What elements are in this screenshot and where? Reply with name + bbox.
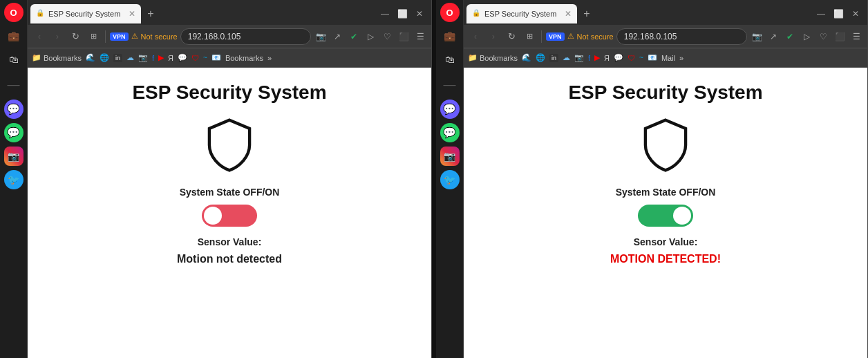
bookmark-1[interactable]: 🌊 [86, 53, 95, 62]
toggle-switch-left[interactable] [202, 205, 257, 227]
opera-sidebar-left: O 💼 🛍 — 💬 💬 📷 🐦 [0, 0, 28, 358]
tab-esp-right[interactable]: 🔒 ESP Security System ✕ [466, 4, 577, 23]
bookmark-8[interactable]: Я [168, 54, 173, 62]
sidebar-icon-whatsapp[interactable]: 💬 [4, 123, 23, 142]
close-icon-right[interactable]: ✕ [852, 9, 859, 19]
bookmark-3[interactable]: in [113, 54, 122, 62]
bookmark-rmail[interactable]: Mail [661, 54, 675, 62]
send-icon-left[interactable]: ▷ [364, 30, 377, 44]
menu-icon-left[interactable]: ☰ [413, 30, 427, 44]
bookmark-r6[interactable]: f [588, 54, 590, 62]
bookmarks-label-right: Bookmarks [480, 54, 518, 62]
nav-bar-right: ‹ › ↻ ⊞ VPN ⚠ Not secure 192.168.0.105 📷… [464, 25, 867, 48]
bookmark-10[interactable]: 🛡 [191, 54, 199, 62]
share-icon-left[interactable]: ↗ [330, 30, 344, 44]
bookmark-4[interactable]: ☁ [126, 53, 134, 62]
sidebar-icon-twitter-right[interactable]: 🐦 [440, 170, 460, 189]
not-secure-label-left: Not secure [141, 32, 178, 41]
sidebar-divider: — [4, 75, 23, 94]
new-tab-button-left[interactable]: + [142, 6, 159, 22]
bookmark-r9[interactable]: 💬 [614, 53, 623, 62]
back-button-right[interactable]: ‹ [468, 29, 483, 44]
screenshot-icon-left[interactable]: 📷 [314, 30, 328, 44]
screenshot-icon-right[interactable]: 📷 [750, 30, 764, 44]
refresh-button-left[interactable]: ↻ [68, 29, 83, 44]
sidebar-divider-right: — [440, 75, 460, 94]
folder-icon-left: 📁 [32, 53, 41, 62]
bookmark-6[interactable]: f [152, 54, 154, 62]
bookmark-r7[interactable]: ▶ [594, 53, 600, 62]
forward-button-left[interactable]: › [50, 29, 65, 44]
bookmark-9[interactable]: 💬 [178, 53, 187, 62]
heart-icon-left[interactable]: ♡ [380, 30, 394, 44]
nav-actions-left: 📷 ↗ ✔ ▷ ♡ ⬛ ☰ [314, 30, 427, 44]
restore-icon-left[interactable]: ⬜ [397, 9, 408, 19]
bookmark-outlook[interactable]: 📧 [211, 53, 221, 62]
share-icon-right[interactable]: ↗ [766, 30, 780, 44]
bookmark-7[interactable]: ▶ [158, 53, 164, 62]
sidebar-icon-twitter[interactable]: 🐦 [4, 170, 23, 189]
bookmark-5[interactable]: 📷 [138, 53, 148, 62]
bookmarks-folder-left[interactable]: 📁 Bookmarks [32, 53, 82, 62]
shield-check-icon-left[interactable]: ✔ [347, 30, 361, 44]
new-tab-button-right[interactable]: + [578, 6, 595, 22]
bookmark-r2[interactable]: 🌐 [536, 53, 545, 62]
bookmark-r5[interactable]: 📷 [574, 53, 584, 62]
sidebar-icon-instagram[interactable]: 📷 [4, 147, 23, 166]
shield-check-icon-right[interactable]: ✔ [783, 30, 797, 44]
bookmark-r4[interactable]: ☁ [563, 53, 570, 62]
nav-actions-right: 📷 ↗ ✔ ▷ ♡ ⬛ ☰ [750, 30, 863, 44]
tab-close-right[interactable]: ✕ [565, 9, 572, 19]
address-bar-right[interactable]: 192.168.0.105 [616, 28, 747, 45]
tab-esp-left[interactable]: 🔒 ESP Security System ✕ [30, 4, 141, 23]
nav-bar-left: ‹ › ↻ ⊞ VPN ⚠ Not secure 192.168.0.105 📷… [28, 25, 431, 48]
tab-grid-button-left[interactable]: ⊞ [86, 29, 101, 44]
forward-button-right[interactable]: › [486, 29, 501, 44]
send-icon-right[interactable]: ▷ [800, 30, 813, 44]
sidebar-icon-messenger[interactable]: 💬 [4, 100, 23, 119]
sidebar-icon-briefcase-right[interactable]: 💼 [440, 26, 460, 46]
opera-logo: O [4, 3, 23, 22]
address-bar-left[interactable]: 192.168.0.105 [180, 28, 311, 45]
close-icon-left[interactable]: ✕ [416, 9, 423, 19]
bookmark-r10[interactable]: 🛡 [628, 54, 635, 62]
refresh-button-right[interactable]: ↻ [504, 29, 519, 44]
page-title-left: ESP Security System [132, 82, 326, 104]
bookmark-2[interactable]: 🌐 [100, 53, 109, 62]
bookmark-r3[interactable]: in [549, 54, 558, 62]
tab-bar-right: 🔒 ESP Security System ✕ + — ⬜ ✕ [464, 0, 867, 25]
bookmark-cisco[interactable]: ~ [203, 54, 207, 62]
bookmarks-more-left[interactable]: » [267, 54, 272, 62]
tab-grid-button-right[interactable]: ⊞ [522, 29, 537, 44]
system-state-label-left: System State OFF/ON [180, 187, 280, 198]
heart-icon-right[interactable]: ♡ [816, 30, 830, 44]
warn-icon-left: ⚠ [131, 32, 138, 41]
bookmark-routlook[interactable]: 📧 [648, 53, 657, 62]
toggle-switch-right[interactable] [638, 205, 693, 227]
minimize-icon-left[interactable]: — [381, 9, 389, 19]
bookmarks-more-right[interactable]: » [679, 54, 683, 62]
bookmark-mail[interactable]: Bookmarks [225, 54, 263, 62]
restore-icon-right[interactable]: ⬜ [833, 9, 844, 19]
back-button-left[interactable]: ‹ [32, 29, 47, 44]
tab-close-left[interactable]: ✕ [129, 9, 135, 19]
browser-window-right: 🔒 ESP Security System ✕ + — ⬜ ✕ ‹ › ↻ ⊞ … [464, 0, 868, 358]
sidebar-icon-messenger-right[interactable]: 💬 [440, 100, 460, 119]
bookmark-r8[interactable]: Я [604, 54, 610, 62]
shield-icon-right [638, 117, 693, 176]
sidebar-icon-instagram-right[interactable]: 📷 [440, 147, 460, 166]
sidebar-icon-whatsapp-right[interactable]: 💬 [440, 123, 460, 142]
bookmark-rcisco[interactable]: ~ [639, 54, 643, 62]
sidebar-icon-bag-right[interactable]: 🛍 [440, 50, 460, 69]
bookmarks-folder-right[interactable]: 📁 Bookmarks [468, 53, 518, 62]
bookmark-r1[interactable]: 🌊 [522, 53, 531, 62]
bookmarks-bar-left: 📁 Bookmarks 🌊 🌐 in ☁ 📷 f ▶ Я 💬 🛡 ~ 📧 Boo… [28, 48, 431, 68]
tab-title-left: ESP Security System [48, 10, 120, 18]
sidebar-icon-bag[interactable]: 🛍 [4, 50, 23, 69]
cast-icon-right[interactable]: ⬛ [833, 30, 847, 44]
minimize-icon-right[interactable]: — [817, 9, 825, 19]
menu-icon-right[interactable]: ☰ [849, 30, 863, 44]
sensor-label-right: Sensor Value: [634, 236, 698, 247]
sidebar-icon-briefcase[interactable]: 💼 [4, 26, 23, 46]
cast-icon-left[interactable]: ⬛ [397, 30, 411, 44]
